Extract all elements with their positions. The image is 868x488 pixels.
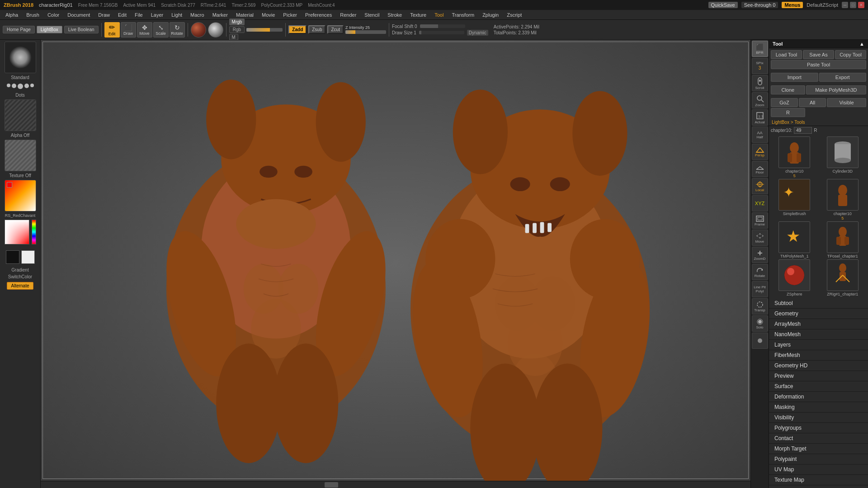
make-polymesh3d-btn[interactable]: Make PolyMesh3D (806, 85, 866, 94)
material-color-preview[interactable] (5, 180, 36, 211)
home-page-btn[interactable]: Home Page (3, 26, 35, 33)
close-btn[interactable]: ✕ (858, 2, 864, 8)
section-contact[interactable]: Contact (769, 433, 868, 444)
section-fibermesh[interactable]: FiberMesh (769, 350, 868, 361)
move-nav-btn[interactable]: Move (752, 230, 768, 246)
menu-zscript[interactable]: Zscript (503, 11, 525, 19)
menu-alpha[interactable]: Alpha (2, 11, 22, 19)
tool-panel-collapse[interactable]: ▲ (859, 41, 864, 47)
menu-tool[interactable]: Tool (431, 11, 447, 19)
section-arraymesh[interactable]: ArrayMesh (769, 319, 868, 329)
thumb-tmpolymesh[interactable]: ★ TMPolyMesh_1 (771, 221, 818, 258)
aahalf-btn[interactable]: AA Half (752, 127, 768, 143)
move-btn[interactable]: ✥ Move (137, 22, 152, 38)
section-morph-target[interactable]: Morph Target (769, 444, 868, 454)
light-sphere[interactable] (208, 22, 223, 38)
menu-document[interactable]: Document (64, 11, 94, 19)
maximize-btn[interactable]: □ (850, 2, 856, 8)
menu-texture[interactable]: Texture (406, 11, 430, 19)
menu-transform[interactable]: Transform (448, 11, 478, 19)
goz-btn[interactable]: GoZ (771, 98, 798, 107)
focal-slider[interactable] (420, 24, 465, 28)
section-subtool[interactable]: Subtool (769, 298, 868, 309)
alpha-preview[interactable] (5, 99, 36, 131)
zoom-btn[interactable]: Zoom (752, 92, 768, 108)
rotate-nav-btn[interactable]: Rotate (752, 264, 768, 280)
menu-zplugin[interactable]: Zplugin (479, 11, 502, 19)
menu-draw[interactable]: Draw (94, 11, 113, 19)
local-btn[interactable]: Local (752, 178, 768, 194)
menu-marker[interactable]: Marker (209, 11, 231, 19)
section-polypaint[interactable]: Polypaint (769, 454, 868, 465)
scale-btn[interactable]: ⤡ Scale (153, 22, 169, 38)
menu-preferences[interactable]: Preferences (302, 11, 335, 19)
quick-save-btn[interactable]: QuickSave (708, 2, 738, 8)
draw-btn[interactable]: ⬛ Draw (121, 22, 136, 38)
thumb-zsphere[interactable]: ZSphere (771, 259, 818, 296)
solo-btn[interactable]: Solo (752, 315, 768, 332)
menu-color[interactable]: Color (44, 11, 63, 19)
zadd-btn[interactable]: Zadd (288, 25, 307, 34)
scroll-btn[interactable]: Scroll (752, 75, 768, 91)
viewport[interactable] (41, 40, 750, 488)
menu-macro[interactable]: Macro (187, 11, 208, 19)
menu-material[interactable]: Material (232, 11, 257, 19)
minimize-btn[interactable]: ─ (842, 2, 848, 8)
xyz-btn[interactable]: XYZ (752, 195, 768, 211)
section-geometry[interactable]: Geometry (769, 309, 868, 319)
section-uv-map[interactable]: UV Map (769, 465, 868, 475)
thumb-zrig[interactable]: ZRig#1_chapter1 (819, 259, 867, 296)
rotate-btn[interactable]: ↻ Rotate (170, 22, 185, 38)
dots-preview[interactable] (5, 82, 36, 91)
persp-btn[interactable]: Persp (752, 144, 768, 160)
load-tool-btn[interactable]: Load Tool (771, 50, 802, 59)
copy-tool-btn[interactable]: Copy Tool (835, 50, 866, 59)
viewport-hscroll[interactable] (41, 481, 750, 488)
zsub-btn[interactable]: Zsub (308, 25, 326, 34)
menu-picker[interactable]: Picker (279, 11, 301, 19)
thumb-chapter10-1[interactable]: chapter10 5 (771, 136, 818, 178)
section-layers[interactable]: Layers (769, 340, 868, 350)
live-boolean-btn[interactable]: Live Boolean (64, 26, 99, 33)
save-as-btn[interactable]: Save As (803, 50, 834, 59)
frame-btn[interactable]: Frame (752, 212, 768, 229)
zcut-btn[interactable]: Zcut (327, 25, 343, 34)
section-nanomesh[interactable]: NanoMesh (769, 329, 868, 340)
clone-btn[interactable]: Clone (771, 85, 805, 94)
menu-render[interactable]: Render (336, 11, 360, 19)
color-picker[interactable] (5, 220, 36, 247)
rgb-btn[interactable]: Rgb (229, 26, 245, 33)
zoomd-btn[interactable]: ZoomD (752, 247, 768, 263)
section-preview[interactable]: Preview (769, 371, 868, 381)
floor-btn[interactable]: Floor (752, 161, 768, 177)
dynamic-label[interactable]: Dynamic (467, 30, 488, 36)
linepit-btn[interactable]: Line Pit Polyt (752, 281, 768, 297)
see-through-btn[interactable]: See-through 0 (741, 2, 778, 8)
mrgb-btn[interactable]: Mrgb (229, 19, 245, 25)
lightbox-tools[interactable]: LightBox > Tools (769, 119, 868, 126)
menus-btn[interactable]: Menus (782, 2, 803, 8)
section-deformation[interactable]: Deformation (769, 392, 868, 402)
menu-stencil[interactable]: Stencil (361, 11, 383, 19)
thumb-chapter10-2[interactable]: chapter10 5 (819, 179, 867, 221)
edit-btn[interactable]: ✏ Edit (104, 22, 120, 38)
menu-light[interactable]: Light (168, 11, 186, 19)
all-btn[interactable]: All (799, 98, 826, 107)
lightbox-btn[interactable]: LightBox (37, 26, 62, 33)
section-geometry-hd[interactable]: Geometry HD (769, 361, 868, 371)
texture-preview[interactable] (5, 140, 36, 171)
export-btn[interactable]: Export (819, 73, 867, 82)
r-btn[interactable]: R (771, 108, 805, 117)
section-polygroups[interactable]: Polygroups (769, 423, 868, 433)
section-displacement-map[interactable]: Displacement Map (769, 485, 868, 488)
visible-btn[interactable]: Visible (827, 98, 866, 107)
z-intensity-slider[interactable] (345, 30, 386, 34)
brush-preview[interactable] (5, 42, 36, 73)
import-btn[interactable]: Import (771, 73, 818, 82)
menu-layer[interactable]: Layer (147, 11, 167, 19)
custom-btn[interactable] (752, 333, 768, 349)
thumb-tposel[interactable]: TPosel_chapter1 (819, 221, 867, 258)
section-texture-map[interactable]: Texture Map (769, 475, 868, 485)
thumb-simplebrush[interactable]: ✦ SimpleBrush (771, 179, 818, 221)
section-visibility[interactable]: Visibility (769, 413, 868, 423)
